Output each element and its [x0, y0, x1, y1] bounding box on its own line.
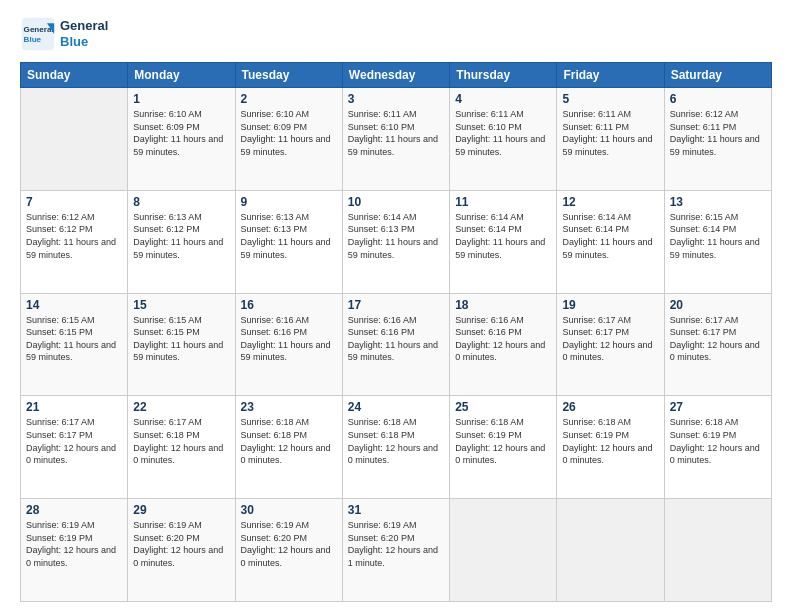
day-number: 28	[26, 503, 122, 517]
day-info: Sunrise: 6:19 AM Sunset: 6:20 PM Dayligh…	[241, 519, 337, 569]
day-info: Sunrise: 6:12 AM Sunset: 6:11 PM Dayligh…	[670, 108, 766, 158]
calendar-day-cell: 30 Sunrise: 6:19 AM Sunset: 6:20 PM Dayl…	[235, 499, 342, 602]
day-number: 4	[455, 92, 551, 106]
day-number: 2	[241, 92, 337, 106]
calendar-day-cell: 15 Sunrise: 6:15 AM Sunset: 6:15 PM Dayl…	[128, 293, 235, 396]
day-info: Sunrise: 6:13 AM Sunset: 6:12 PM Dayligh…	[133, 211, 229, 261]
day-info: Sunrise: 6:17 AM Sunset: 6:17 PM Dayligh…	[26, 416, 122, 466]
day-number: 30	[241, 503, 337, 517]
weekday-header: Saturday	[664, 63, 771, 88]
day-number: 15	[133, 298, 229, 312]
day-number: 7	[26, 195, 122, 209]
calendar-week-row: 14 Sunrise: 6:15 AM Sunset: 6:15 PM Dayl…	[21, 293, 772, 396]
day-number: 23	[241, 400, 337, 414]
weekday-header: Thursday	[450, 63, 557, 88]
day-info: Sunrise: 6:10 AM Sunset: 6:09 PM Dayligh…	[241, 108, 337, 158]
day-number: 31	[348, 503, 444, 517]
day-number: 11	[455, 195, 551, 209]
calendar-week-row: 21 Sunrise: 6:17 AM Sunset: 6:17 PM Dayl…	[21, 396, 772, 499]
calendar-day-cell: 29 Sunrise: 6:19 AM Sunset: 6:20 PM Dayl…	[128, 499, 235, 602]
day-number: 10	[348, 195, 444, 209]
calendar-day-cell: 28 Sunrise: 6:19 AM Sunset: 6:19 PM Dayl…	[21, 499, 128, 602]
day-info: Sunrise: 6:15 AM Sunset: 6:15 PM Dayligh…	[26, 314, 122, 364]
day-number: 22	[133, 400, 229, 414]
day-number: 12	[562, 195, 658, 209]
calendar-day-cell: 23 Sunrise: 6:18 AM Sunset: 6:18 PM Dayl…	[235, 396, 342, 499]
day-info: Sunrise: 6:15 AM Sunset: 6:15 PM Dayligh…	[133, 314, 229, 364]
calendar-day-cell: 14 Sunrise: 6:15 AM Sunset: 6:15 PM Dayl…	[21, 293, 128, 396]
day-number: 20	[670, 298, 766, 312]
weekday-header: Monday	[128, 63, 235, 88]
day-number: 1	[133, 92, 229, 106]
day-info: Sunrise: 6:16 AM Sunset: 6:16 PM Dayligh…	[348, 314, 444, 364]
day-info: Sunrise: 6:19 AM Sunset: 6:19 PM Dayligh…	[26, 519, 122, 569]
calendar-day-cell: 7 Sunrise: 6:12 AM Sunset: 6:12 PM Dayli…	[21, 190, 128, 293]
day-info: Sunrise: 6:10 AM Sunset: 6:09 PM Dayligh…	[133, 108, 229, 158]
calendar-day-cell: 22 Sunrise: 6:17 AM Sunset: 6:18 PM Dayl…	[128, 396, 235, 499]
day-info: Sunrise: 6:17 AM Sunset: 6:17 PM Dayligh…	[562, 314, 658, 364]
day-info: Sunrise: 6:12 AM Sunset: 6:12 PM Dayligh…	[26, 211, 122, 261]
day-info: Sunrise: 6:17 AM Sunset: 6:18 PM Dayligh…	[133, 416, 229, 466]
weekday-header: Friday	[557, 63, 664, 88]
day-number: 29	[133, 503, 229, 517]
weekday-header: Sunday	[21, 63, 128, 88]
day-info: Sunrise: 6:18 AM Sunset: 6:18 PM Dayligh…	[348, 416, 444, 466]
day-number: 16	[241, 298, 337, 312]
calendar-day-cell: 2 Sunrise: 6:10 AM Sunset: 6:09 PM Dayli…	[235, 88, 342, 191]
day-info: Sunrise: 6:18 AM Sunset: 6:19 PM Dayligh…	[670, 416, 766, 466]
calendar-day-cell: 17 Sunrise: 6:16 AM Sunset: 6:16 PM Dayl…	[342, 293, 449, 396]
day-number: 8	[133, 195, 229, 209]
day-number: 24	[348, 400, 444, 414]
day-info: Sunrise: 6:16 AM Sunset: 6:16 PM Dayligh…	[455, 314, 551, 364]
calendar-day-cell: 13 Sunrise: 6:15 AM Sunset: 6:14 PM Dayl…	[664, 190, 771, 293]
day-number: 5	[562, 92, 658, 106]
logo-general: General	[60, 18, 108, 34]
day-number: 14	[26, 298, 122, 312]
svg-text:Blue: Blue	[24, 35, 42, 44]
logo-blue: Blue	[60, 34, 108, 50]
calendar-day-cell	[450, 499, 557, 602]
day-number: 21	[26, 400, 122, 414]
day-number: 9	[241, 195, 337, 209]
calendar-day-cell: 27 Sunrise: 6:18 AM Sunset: 6:19 PM Dayl…	[664, 396, 771, 499]
day-info: Sunrise: 6:18 AM Sunset: 6:19 PM Dayligh…	[455, 416, 551, 466]
calendar-day-cell: 5 Sunrise: 6:11 AM Sunset: 6:11 PM Dayli…	[557, 88, 664, 191]
day-number: 19	[562, 298, 658, 312]
calendar-day-cell: 19 Sunrise: 6:17 AM Sunset: 6:17 PM Dayl…	[557, 293, 664, 396]
day-info: Sunrise: 6:15 AM Sunset: 6:14 PM Dayligh…	[670, 211, 766, 261]
calendar-day-cell: 6 Sunrise: 6:12 AM Sunset: 6:11 PM Dayli…	[664, 88, 771, 191]
calendar-day-cell: 25 Sunrise: 6:18 AM Sunset: 6:19 PM Dayl…	[450, 396, 557, 499]
weekday-header: Tuesday	[235, 63, 342, 88]
page: General Blue General Blue SundayMondayTu…	[0, 0, 792, 612]
calendar-week-row: 7 Sunrise: 6:12 AM Sunset: 6:12 PM Dayli…	[21, 190, 772, 293]
logo-wordmark: General Blue	[60, 18, 108, 49]
day-info: Sunrise: 6:18 AM Sunset: 6:18 PM Dayligh…	[241, 416, 337, 466]
calendar-day-cell: 24 Sunrise: 6:18 AM Sunset: 6:18 PM Dayl…	[342, 396, 449, 499]
day-number: 18	[455, 298, 551, 312]
day-info: Sunrise: 6:13 AM Sunset: 6:13 PM Dayligh…	[241, 211, 337, 261]
day-info: Sunrise: 6:17 AM Sunset: 6:17 PM Dayligh…	[670, 314, 766, 364]
calendar-day-cell: 20 Sunrise: 6:17 AM Sunset: 6:17 PM Dayl…	[664, 293, 771, 396]
logo: General Blue General Blue	[20, 16, 108, 52]
calendar-day-cell: 26 Sunrise: 6:18 AM Sunset: 6:19 PM Dayl…	[557, 396, 664, 499]
day-info: Sunrise: 6:16 AM Sunset: 6:16 PM Dayligh…	[241, 314, 337, 364]
day-number: 25	[455, 400, 551, 414]
calendar-header-row: SundayMondayTuesdayWednesdayThursdayFrid…	[21, 63, 772, 88]
calendar-day-cell: 21 Sunrise: 6:17 AM Sunset: 6:17 PM Dayl…	[21, 396, 128, 499]
calendar-day-cell: 8 Sunrise: 6:13 AM Sunset: 6:12 PM Dayli…	[128, 190, 235, 293]
day-number: 3	[348, 92, 444, 106]
calendar-day-cell: 9 Sunrise: 6:13 AM Sunset: 6:13 PM Dayli…	[235, 190, 342, 293]
day-info: Sunrise: 6:14 AM Sunset: 6:13 PM Dayligh…	[348, 211, 444, 261]
day-number: 26	[562, 400, 658, 414]
day-number: 6	[670, 92, 766, 106]
day-info: Sunrise: 6:11 AM Sunset: 6:10 PM Dayligh…	[455, 108, 551, 158]
day-info: Sunrise: 6:18 AM Sunset: 6:19 PM Dayligh…	[562, 416, 658, 466]
calendar-week-row: 1 Sunrise: 6:10 AM Sunset: 6:09 PM Dayli…	[21, 88, 772, 191]
calendar-day-cell	[557, 499, 664, 602]
calendar: SundayMondayTuesdayWednesdayThursdayFrid…	[20, 62, 772, 602]
day-number: 13	[670, 195, 766, 209]
weekday-header: Wednesday	[342, 63, 449, 88]
day-info: Sunrise: 6:11 AM Sunset: 6:10 PM Dayligh…	[348, 108, 444, 158]
calendar-day-cell: 4 Sunrise: 6:11 AM Sunset: 6:10 PM Dayli…	[450, 88, 557, 191]
calendar-day-cell: 16 Sunrise: 6:16 AM Sunset: 6:16 PM Dayl…	[235, 293, 342, 396]
